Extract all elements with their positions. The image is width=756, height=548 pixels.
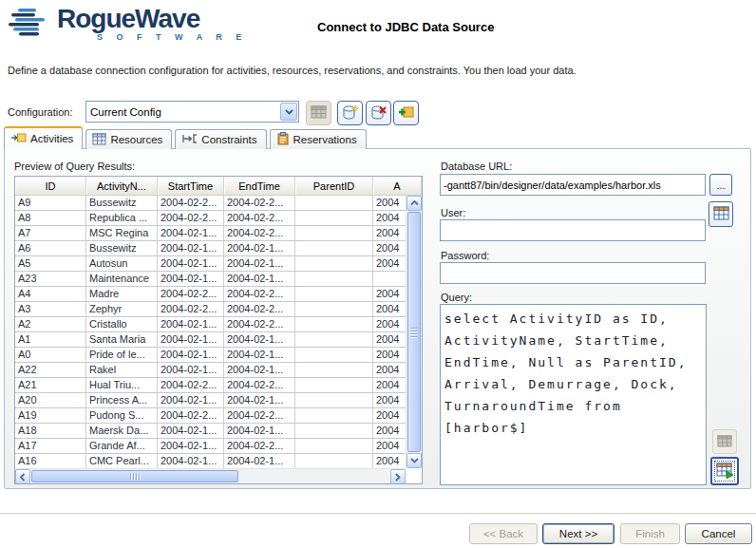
table-cell: A4 bbox=[15, 287, 86, 301]
show-table-button[interactable] bbox=[709, 201, 733, 227]
table-row[interactable]: A21Hual Triu...2004-02-2...2004-02-2...2… bbox=[15, 378, 422, 393]
tab-label: Activities bbox=[30, 133, 73, 144]
table-row[interactable]: A7MSC Regina2004-02-1...2004-02-2...2004 bbox=[15, 226, 422, 241]
table-cell: 2004-02-1... bbox=[158, 256, 224, 271]
chevron-down-icon[interactable] bbox=[280, 103, 297, 121]
table-cell: 2004-02-1... bbox=[224, 454, 295, 468]
table-row[interactable]: A6Bussewitz2004-02-1...2004-02-1...2004 bbox=[15, 241, 422, 256]
preview-label: Preview of Query Results: bbox=[14, 161, 135, 172]
query-textarea[interactable]: select ActivityID as ID, ActivityName, S… bbox=[440, 304, 707, 485]
brand-subtitle: S O F T W A R E bbox=[97, 33, 247, 42]
column-header-id[interactable]: ID bbox=[15, 177, 86, 195]
password-input[interactable] bbox=[440, 262, 706, 284]
wizard-content-panel: Preview of Query Results: ID ActivityN..… bbox=[4, 148, 751, 489]
table-cell: 2004-02-2... bbox=[224, 211, 295, 225]
reservations-clipboard-icon bbox=[276, 132, 290, 147]
table-cell: A22 bbox=[15, 363, 86, 377]
column-header-activityname[interactable]: ActivityN... bbox=[86, 177, 158, 195]
column-header-endtime[interactable]: EndTime bbox=[224, 177, 295, 195]
scroll-down-icon[interactable] bbox=[406, 453, 422, 468]
table-cell: Bussewitz bbox=[86, 196, 158, 210]
table-row[interactable]: A19Pudong S...2004-02-2...2004-02-2...20… bbox=[15, 408, 422, 424]
table-cell: 2004-02-2... bbox=[224, 196, 295, 210]
horizontal-scroll-thumb[interactable] bbox=[31, 470, 238, 482]
table-row[interactable]: A9Bussewitz2004-02-2...2004-02-2...2004 bbox=[15, 196, 422, 211]
database-url-label: Database URL: bbox=[441, 161, 512, 172]
vertical-scrollbar[interactable] bbox=[406, 196, 422, 468]
table-row[interactable]: A4Madre2004-02-2...2004-02-2...2004 bbox=[15, 287, 422, 302]
configuration-select[interactable]: Current Config bbox=[85, 101, 299, 123]
table-cell: CMC Pearl... bbox=[86, 454, 158, 468]
next-button[interactable]: Next >> bbox=[542, 523, 614, 544]
tab-label: Resources bbox=[110, 134, 162, 145]
column-header-arrival[interactable]: A bbox=[373, 177, 422, 195]
table-row[interactable]: A0Pride of le...2004-02-1...2004-02-1...… bbox=[15, 348, 422, 363]
table-cell: A16 bbox=[15, 454, 86, 468]
table-row[interactable]: A20Princess A...2004-02-1...2004-02-1...… bbox=[15, 393, 422, 408]
table-row[interactable]: A5Autosun2004-02-1...2004-02-1...2004 bbox=[15, 256, 422, 272]
table-cell bbox=[295, 439, 373, 453]
add-config-button[interactable] bbox=[393, 101, 419, 125]
vertical-scroll-thumb[interactable] bbox=[407, 212, 421, 452]
table-cell bbox=[295, 256, 373, 271]
table-cell: 2004-02-1... bbox=[158, 363, 224, 377]
table-cell: 2004-02-2... bbox=[158, 211, 224, 225]
tab-constraints[interactable]: Constraints bbox=[175, 129, 266, 149]
table-cell: Cristallo bbox=[86, 317, 158, 331]
table-cell: Maersk Da... bbox=[86, 424, 158, 438]
table-cell: 2004-02-2... bbox=[158, 378, 224, 392]
table-cell bbox=[295, 241, 373, 255]
table-cell: 2004-02-2... bbox=[224, 226, 295, 240]
finish-button: Finish bbox=[620, 523, 680, 544]
user-input[interactable] bbox=[440, 219, 706, 241]
table-cell: 2004-02-1... bbox=[224, 256, 295, 271]
database-url-input[interactable] bbox=[440, 174, 706, 196]
activity-arrow-icon bbox=[10, 132, 27, 145]
delete-config-button[interactable] bbox=[366, 101, 391, 125]
table-row[interactable]: A18Maersk Da...2004-02-1...2004-02-1...2… bbox=[15, 424, 422, 439]
table-row[interactable]: A1Santa Maria2004-02-1...2004-02-1...200… bbox=[15, 332, 422, 348]
wave-stripes-icon bbox=[8, 6, 53, 46]
cancel-button[interactable]: Cancel bbox=[685, 523, 752, 544]
table-cell: A6 bbox=[15, 241, 86, 255]
table-header[interactable]: ID ActivityN... StartTime EndTime Parent… bbox=[15, 177, 422, 196]
table-cell: Rakel bbox=[86, 363, 158, 377]
table-cell: 2004-02-1... bbox=[158, 317, 224, 331]
browse-button[interactable]: ... bbox=[709, 174, 732, 196]
roguewave-logo: RogueWave S O F T W A R E bbox=[8, 6, 247, 46]
table-cell: 2004-02-2... bbox=[158, 196, 224, 210]
table-row[interactable]: A16CMC Pearl...2004-02-1...2004-02-1...2… bbox=[15, 454, 422, 468]
tab-resources[interactable]: Resources bbox=[85, 129, 172, 149]
preview-table-button bbox=[306, 101, 331, 125]
run-query-button[interactable] bbox=[710, 457, 739, 485]
table-body: A9Bussewitz2004-02-2...2004-02-2...2004A… bbox=[15, 196, 422, 468]
table-row[interactable]: A2Cristallo2004-02-1...2004-02-2...2004 bbox=[15, 317, 422, 332]
table-row[interactable]: A3Zephyr2004-02-2...2004-02-2...2004 bbox=[15, 302, 422, 317]
scroll-up-icon[interactable] bbox=[406, 196, 422, 211]
table-cell bbox=[295, 317, 373, 331]
table-cell bbox=[295, 226, 373, 240]
table-row[interactable]: A23Maintenance2004-02-1...2004-02-1... bbox=[15, 272, 422, 287]
table-cell bbox=[295, 211, 373, 225]
database-new-icon bbox=[342, 104, 359, 123]
table-cell: 2004-02-1... bbox=[158, 241, 224, 255]
table-icon bbox=[717, 435, 732, 449]
table-row[interactable]: A22Rakel2004-02-1...2004-02-1...2004 bbox=[15, 363, 422, 378]
column-header-parentid[interactable]: ParentID bbox=[295, 177, 373, 195]
query-results-table[interactable]: ID ActivityN... StartTime EndTime Parent… bbox=[14, 176, 423, 484]
table-cell: A8 bbox=[15, 211, 86, 225]
page-title: Connect to JDBC Data Source bbox=[317, 20, 494, 34]
table-row[interactable]: A17Grande Af...2004-02-1...2004-02-2...2… bbox=[15, 439, 422, 454]
tab-activities[interactable]: Activities bbox=[4, 126, 83, 149]
column-header-starttime[interactable]: StartTime bbox=[158, 177, 224, 195]
horizontal-scrollbar[interactable] bbox=[15, 468, 406, 483]
new-config-button[interactable] bbox=[337, 101, 363, 125]
table-cell: Zephyr bbox=[86, 302, 158, 316]
table-cell: 2004-02-2... bbox=[158, 408, 224, 423]
table-cell: A2 bbox=[15, 317, 86, 331]
tab-reservations[interactable]: Reservations bbox=[270, 129, 367, 149]
scroll-left-icon[interactable] bbox=[15, 469, 30, 484]
table-cell bbox=[295, 363, 373, 377]
table-row[interactable]: A8Republica ...2004-02-2...2004-02-2...2… bbox=[15, 211, 422, 226]
scroll-right-icon[interactable] bbox=[390, 469, 406, 484]
